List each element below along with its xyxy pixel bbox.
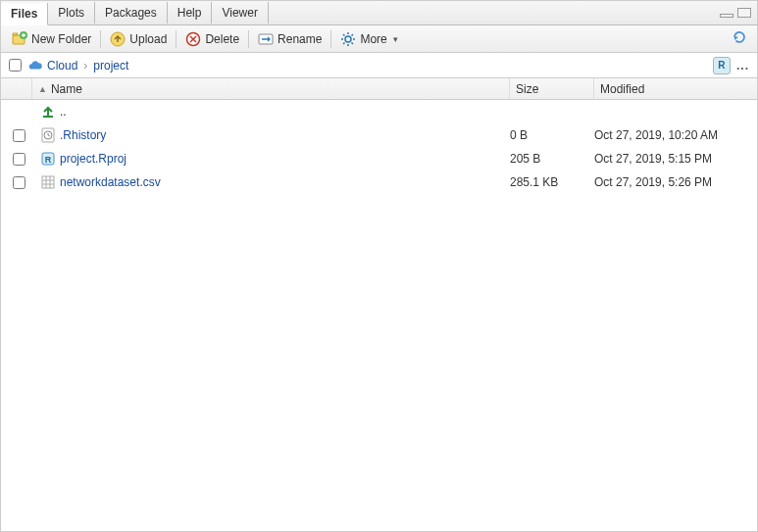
delete-icon (185, 31, 201, 47)
tab-plots[interactable]: Plots (48, 2, 95, 24)
pane-tabs: Files Plots Packages Help Viewer (1, 1, 757, 25)
breadcrumb-more-button[interactable]: ... (736, 59, 749, 73)
rproj-file-icon: R (40, 151, 56, 167)
file-checkbox[interactable] (13, 129, 25, 142)
maximize-pane-button[interactable] (737, 8, 751, 18)
delete-button[interactable]: Delete (178, 28, 246, 50)
window-controls (720, 8, 757, 18)
breadcrumb-current[interactable]: project (93, 59, 128, 73)
file-row: networkdataset.csv 285.1 KB Oct 27, 2019… (1, 170, 757, 194)
breadcrumb-root[interactable]: Cloud (47, 59, 77, 73)
svg-text:R: R (45, 155, 52, 165)
svg-line-12 (343, 42, 345, 44)
svg-point-5 (345, 36, 351, 42)
file-checkbox[interactable] (13, 153, 25, 166)
new-folder-icon (12, 31, 27, 47)
header-modified[interactable]: Modified (594, 78, 757, 99)
csv-file-icon (40, 174, 56, 190)
svg-line-10 (343, 34, 345, 36)
upload-label: Upload (129, 32, 167, 46)
file-row: R project.Rproj 205 B Oct 27, 2019, 5:15… (1, 147, 757, 170)
file-name-link[interactable]: .Rhistory (60, 128, 510, 142)
file-size: 285.1 KB (510, 175, 594, 189)
file-checkbox[interactable] (13, 176, 25, 189)
svg-rect-19 (42, 176, 54, 188)
header-blank (1, 78, 32, 99)
tab-viewer[interactable]: Viewer (212, 2, 268, 24)
minimize-pane-button[interactable] (720, 14, 733, 18)
parent-dir-label[interactable]: .. (60, 105, 510, 119)
column-headers: ▲ Name Size Modified (1, 78, 757, 100)
new-folder-button[interactable]: New Folder (5, 28, 98, 50)
select-all-checkbox[interactable] (9, 59, 22, 72)
file-row: .Rhistory 0 B Oct 27, 2019, 10:20 AM (1, 123, 757, 147)
svg-line-13 (352, 34, 354, 36)
file-name-link[interactable]: networkdataset.csv (60, 175, 510, 189)
rename-button[interactable]: Rename (251, 28, 328, 50)
file-size: 0 B (510, 128, 594, 142)
sort-asc-icon: ▲ (38, 84, 47, 94)
delete-label: Delete (205, 32, 239, 46)
breadcrumb-bar: Cloud › project R ... (1, 53, 757, 78)
more-label: More (360, 32, 386, 46)
new-folder-label: New Folder (31, 32, 91, 46)
svg-line-11 (352, 42, 354, 44)
breadcrumb-separator: › (83, 59, 87, 73)
upload-icon (110, 31, 126, 47)
tab-packages[interactable]: Packages (95, 2, 168, 24)
cloud-icon (27, 58, 43, 73)
file-modified: Oct 27, 2019, 5:15 PM (594, 152, 757, 166)
header-name[interactable]: ▲ Name (32, 78, 510, 99)
up-folder-icon (40, 104, 56, 120)
file-list: .. .Rhistory 0 B Oct 27, 2019, 10:20 AM … (1, 100, 757, 194)
history-file-icon (40, 127, 56, 143)
header-size[interactable]: Size (510, 78, 594, 99)
parent-dir-row[interactable]: .. (1, 100, 757, 123)
rename-icon (258, 31, 274, 47)
files-toolbar: New Folder Upload Delete Rename More ▾ (1, 25, 757, 53)
upload-button[interactable]: Upload (103, 28, 174, 50)
more-button[interactable]: More ▾ (333, 28, 404, 50)
chevron-down-icon: ▾ (393, 34, 398, 44)
tab-files[interactable]: Files (1, 3, 48, 25)
refresh-button[interactable] (726, 29, 753, 49)
r-project-badge[interactable]: R (713, 57, 731, 74)
gear-icon (340, 31, 356, 47)
file-size: 205 B (510, 152, 594, 166)
rename-label: Rename (278, 32, 322, 46)
tab-help[interactable]: Help (168, 2, 213, 24)
file-name-link[interactable]: project.Rproj (60, 152, 510, 166)
file-modified: Oct 27, 2019, 10:20 AM (594, 128, 757, 142)
file-modified: Oct 27, 2019, 5:26 PM (594, 175, 757, 189)
header-name-label: Name (51, 82, 82, 96)
